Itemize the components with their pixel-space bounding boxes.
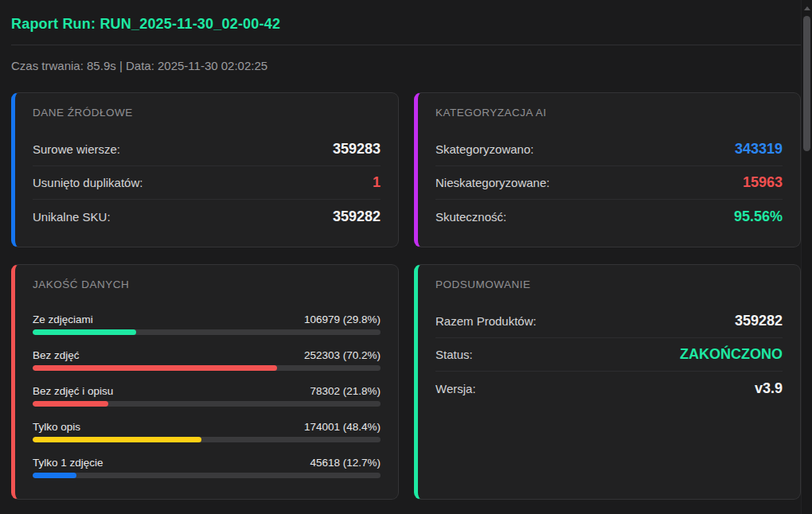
card-data-quality: JAKOŚĆ DANYCH Ze zdjęciami 106979 (29.8%… [11,264,399,500]
bar-row-no-photos-no-desc: Bez zdjęć i opisu 78302 (21.8%) [33,384,381,407]
page-title: Raport Run: RUN_2025-11-30_02-00-42 [11,16,801,33]
stat-row-unique-sku: Unikalne SKU: 359282 [33,200,381,233]
bar-label: Bez zdjęć [33,349,80,362]
stat-label: Razem Produktów: [435,314,537,328]
card-quality-title: JAKOŚĆ DANYCH [33,279,381,290]
stat-label: Status: [435,348,473,361]
bar-label: Tylko opis [33,420,80,434]
stat-value: 359283 [333,141,381,158]
progress-track [33,365,381,371]
stat-label: Surowe wiersze: [33,142,120,156]
stat-label: Unikalne SKU: [33,210,111,224]
stat-value: 359282 [333,208,381,225]
scroll-up-arrow-icon[interactable] [804,6,810,10]
progress-fill [33,329,136,335]
stat-row-categorized: Skategoryzowano: 343319 [435,133,783,166]
run-meta-subtitle: Czas trwania: 85.9s | Data: 2025-11-30 0… [11,59,801,72]
progress-fill [33,437,201,442]
card-ai-title: KATEGORYZACJA AI [435,107,783,119]
stat-label: Skategoryzowano: [435,142,533,156]
bar-value: 106979 (29.8%) [304,313,381,326]
bar-row-with-photos: Ze zdjęciami 106979 (29.8%) [33,313,381,335]
stat-label: Usunięto duplikatów: [33,176,142,189]
stat-row-uncategorized: Nieskategoryzowane: 15963 [435,166,783,200]
vertical-scrollbar-thumb[interactable] [803,16,810,151]
stat-value: 95.56% [734,208,783,225]
card-summary-title: PODSUMOWANIE [435,279,783,290]
stat-label: Skuteczność: [435,210,506,224]
progress-track [33,473,381,478]
bar-label: Tylko 1 zdjęcie [33,456,103,469]
stat-row-status: Status: ZAKOŃCZONO [435,338,783,372]
header-divider [11,45,801,45]
progress-fill [33,473,76,478]
bar-row-desc-only: Tylko opis 174001 (48.4%) [33,420,381,442]
bar-label: Ze zdjęciami [33,313,93,326]
stat-row-raw-rows: Surowe wiersze: 359283 [33,133,381,166]
stat-label: Wersja: [435,382,476,395]
stat-row-version: Wersja: v3.9 [435,372,783,405]
progress-fill [33,401,108,407]
stat-row-effectiveness: Skuteczność: 95.56% [435,200,783,233]
status-badge: ZAKOŃCZONO [680,346,783,363]
bar-value: 78302 (21.8%) [310,384,381,398]
card-source-data: DANE ŹRÓDŁOWE Surowe wiersze: 359283 Usu… [11,92,399,247]
card-source-title: DANE ŹRÓDŁOWE [33,107,381,119]
progress-track [33,401,381,407]
vertical-scrollbar-track[interactable] [801,0,812,514]
stat-row-duplicates-removed: Usunięto duplikatów: 1 [33,166,381,200]
bar-value: 252303 (70.2%) [304,349,381,362]
progress-track [33,437,381,442]
bar-value: 45618 (12.7%) [310,456,381,469]
cards-grid: DANE ŹRÓDŁOWE Surowe wiersze: 359283 Usu… [11,92,801,500]
stat-value: 343319 [735,141,783,158]
progress-track [33,329,381,335]
stat-value: 1 [373,174,381,191]
stat-value: 15963 [743,174,783,191]
progress-fill [33,365,277,371]
stat-value: 359282 [735,313,783,329]
stat-row-total-products: Razem Produktów: 359282 [435,305,783,338]
stat-value: v3.9 [755,380,783,397]
card-summary: PODSUMOWANIE Razem Produktów: 359282 Sta… [414,264,801,500]
bar-row-one-photo: Tylko 1 zdjęcie 45618 (12.7%) [33,456,381,478]
report-page: Raport Run: RUN_2025-11-30_02-00-42 Czas… [11,0,801,500]
stat-label: Nieskategoryzowane: [435,176,549,189]
card-ai-categorization: KATEGORYZACJA AI Skategoryzowano: 343319… [414,92,801,247]
bar-value: 174001 (48.4%) [304,420,381,434]
bar-row-no-photos: Bez zdjęć 252303 (70.2%) [33,349,381,371]
bar-label: Bez zdjęć i opisu [33,384,113,398]
